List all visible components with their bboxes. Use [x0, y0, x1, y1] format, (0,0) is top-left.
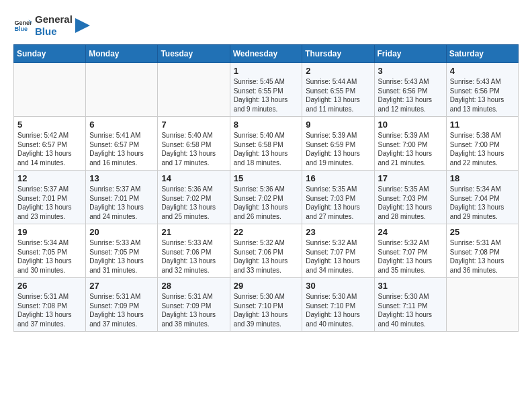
calendar-cell: 18Sunrise: 5:34 AM Sunset: 7:04 PM Dayli… — [446, 171, 518, 224]
calendar-cell: 30Sunrise: 5:30 AM Sunset: 7:10 PM Dayli… — [302, 278, 374, 332]
day-info: Sunrise: 5:31 AM Sunset: 7:09 PM Dayligh… — [161, 292, 226, 328]
calendar-table: SundayMondayTuesdayWednesdayThursdayFrid… — [13, 44, 519, 332]
weekday-header: Monday — [86, 45, 158, 63]
svg-marker-3 — [75, 18, 90, 33]
logo-general: General — [35, 13, 73, 26]
day-number: 5 — [17, 120, 82, 130]
day-number: 11 — [450, 120, 515, 130]
day-info: Sunrise: 5:32 AM Sunset: 7:07 PM Dayligh… — [378, 238, 443, 275]
day-number: 8 — [234, 120, 299, 130]
day-number: 6 — [89, 120, 154, 130]
day-number: 26 — [17, 281, 82, 291]
weekday-header: Sunday — [14, 45, 86, 63]
day-info: Sunrise: 5:37 AM Sunset: 7:01 PM Dayligh… — [17, 185, 82, 221]
calendar-body: 1Sunrise: 5:45 AM Sunset: 6:55 PM Daylig… — [14, 63, 519, 332]
day-info: Sunrise: 5:39 AM Sunset: 7:00 PM Dayligh… — [378, 131, 443, 167]
day-number: 20 — [89, 227, 154, 237]
day-info: Sunrise: 5:35 AM Sunset: 7:03 PM Dayligh… — [378, 185, 443, 221]
calendar-cell: 4Sunrise: 5:43 AM Sunset: 6:56 PM Daylig… — [446, 63, 518, 117]
calendar-cell: 15Sunrise: 5:36 AM Sunset: 7:02 PM Dayli… — [230, 171, 302, 224]
logo-arrow-icon — [75, 18, 90, 33]
logo-blue: Blue — [35, 26, 73, 38]
day-info: Sunrise: 5:40 AM Sunset: 6:58 PM Dayligh… — [234, 131, 299, 167]
page-header: General Blue General Blue — [13, 13, 519, 38]
calendar-week-row: 5Sunrise: 5:42 AM Sunset: 6:57 PM Daylig… — [14, 117, 519, 171]
day-info: Sunrise: 5:38 AM Sunset: 7:00 PM Dayligh… — [450, 131, 515, 167]
calendar-cell: 16Sunrise: 5:35 AM Sunset: 7:03 PM Dayli… — [302, 171, 374, 224]
calendar-cell — [446, 278, 518, 332]
calendar-cell: 17Sunrise: 5:35 AM Sunset: 7:03 PM Dayli… — [374, 171, 446, 224]
calendar-cell: 2Sunrise: 5:44 AM Sunset: 6:55 PM Daylig… — [302, 63, 374, 117]
day-info: Sunrise: 5:32 AM Sunset: 7:06 PM Dayligh… — [234, 238, 299, 275]
calendar-cell: 27Sunrise: 5:31 AM Sunset: 7:09 PM Dayli… — [86, 278, 158, 332]
calendar-week-row: 12Sunrise: 5:37 AM Sunset: 7:01 PM Dayli… — [14, 171, 519, 224]
day-number: 3 — [378, 66, 443, 76]
day-info: Sunrise: 5:36 AM Sunset: 7:02 PM Dayligh… — [161, 185, 226, 221]
day-number: 27 — [89, 281, 154, 291]
calendar-cell — [14, 63, 86, 117]
day-info: Sunrise: 5:30 AM Sunset: 7:11 PM Dayligh… — [378, 292, 443, 328]
calendar-header-row: SundayMondayTuesdayWednesdayThursdayFrid… — [14, 45, 519, 63]
day-number: 18 — [450, 173, 515, 183]
weekday-header: Wednesday — [230, 45, 302, 63]
calendar-cell: 23Sunrise: 5:32 AM Sunset: 7:07 PM Dayli… — [302, 224, 374, 278]
day-info: Sunrise: 5:35 AM Sunset: 7:03 PM Dayligh… — [306, 185, 370, 221]
calendar-cell: 25Sunrise: 5:31 AM Sunset: 7:08 PM Dayli… — [446, 224, 518, 278]
day-number: 14 — [161, 173, 226, 183]
calendar-cell: 13Sunrise: 5:37 AM Sunset: 7:01 PM Dayli… — [86, 171, 158, 224]
day-number: 24 — [378, 227, 443, 237]
weekday-header: Thursday — [302, 45, 374, 63]
weekday-header: Saturday — [446, 45, 518, 63]
weekday-header: Friday — [374, 45, 446, 63]
day-info: Sunrise: 5:32 AM Sunset: 7:07 PM Dayligh… — [306, 238, 370, 275]
day-info: Sunrise: 5:33 AM Sunset: 7:05 PM Dayligh… — [89, 238, 154, 275]
day-info: Sunrise: 5:36 AM Sunset: 7:02 PM Dayligh… — [234, 185, 299, 221]
day-info: Sunrise: 5:40 AM Sunset: 6:58 PM Dayligh… — [161, 131, 226, 167]
day-info: Sunrise: 5:30 AM Sunset: 7:10 PM Dayligh… — [306, 292, 370, 328]
day-number: 13 — [89, 173, 154, 183]
calendar-cell — [158, 63, 230, 117]
day-number: 2 — [306, 66, 370, 76]
calendar-cell: 7Sunrise: 5:40 AM Sunset: 6:58 PM Daylig… — [158, 117, 230, 171]
calendar-cell: 10Sunrise: 5:39 AM Sunset: 7:00 PM Dayli… — [374, 117, 446, 171]
calendar-week-row: 19Sunrise: 5:34 AM Sunset: 7:05 PM Dayli… — [14, 224, 519, 278]
calendar-cell: 19Sunrise: 5:34 AM Sunset: 7:05 PM Dayli… — [14, 224, 86, 278]
day-number: 17 — [378, 173, 443, 183]
calendar-cell: 6Sunrise: 5:41 AM Sunset: 6:57 PM Daylig… — [86, 117, 158, 171]
logo: General Blue General Blue — [13, 13, 90, 38]
day-info: Sunrise: 5:44 AM Sunset: 6:55 PM Dayligh… — [306, 77, 370, 113]
calendar-cell: 26Sunrise: 5:31 AM Sunset: 7:08 PM Dayli… — [14, 278, 86, 332]
day-info: Sunrise: 5:39 AM Sunset: 6:59 PM Dayligh… — [306, 131, 370, 167]
day-number: 31 — [378, 281, 443, 291]
day-number: 28 — [161, 281, 226, 291]
calendar-week-row: 1Sunrise: 5:45 AM Sunset: 6:55 PM Daylig… — [14, 63, 519, 117]
day-number: 30 — [306, 281, 370, 291]
day-number: 25 — [450, 227, 515, 237]
day-info: Sunrise: 5:42 AM Sunset: 6:57 PM Dayligh… — [17, 131, 82, 167]
calendar-cell: 9Sunrise: 5:39 AM Sunset: 6:59 PM Daylig… — [302, 117, 374, 171]
calendar-week-row: 26Sunrise: 5:31 AM Sunset: 7:08 PM Dayli… — [14, 278, 519, 332]
calendar-cell: 21Sunrise: 5:33 AM Sunset: 7:06 PM Dayli… — [158, 224, 230, 278]
calendar-cell: 20Sunrise: 5:33 AM Sunset: 7:05 PM Dayli… — [86, 224, 158, 278]
day-number: 16 — [306, 173, 370, 183]
day-info: Sunrise: 5:45 AM Sunset: 6:55 PM Dayligh… — [234, 77, 299, 113]
day-number: 4 — [450, 66, 515, 76]
calendar-cell: 8Sunrise: 5:40 AM Sunset: 6:58 PM Daylig… — [230, 117, 302, 171]
calendar-cell: 22Sunrise: 5:32 AM Sunset: 7:06 PM Dayli… — [230, 224, 302, 278]
calendar-cell: 28Sunrise: 5:31 AM Sunset: 7:09 PM Dayli… — [158, 278, 230, 332]
calendar-cell: 11Sunrise: 5:38 AM Sunset: 7:00 PM Dayli… — [446, 117, 518, 171]
day-info: Sunrise: 5:31 AM Sunset: 7:08 PM Dayligh… — [17, 292, 82, 328]
day-info: Sunrise: 5:34 AM Sunset: 7:04 PM Dayligh… — [450, 185, 515, 221]
day-number: 23 — [306, 227, 370, 237]
calendar-cell: 3Sunrise: 5:43 AM Sunset: 6:56 PM Daylig… — [374, 63, 446, 117]
day-number: 10 — [378, 120, 443, 130]
calendar-cell: 1Sunrise: 5:45 AM Sunset: 6:55 PM Daylig… — [230, 63, 302, 117]
logo-icon: General Blue — [13, 16, 32, 35]
day-number: 12 — [17, 173, 82, 183]
day-number: 15 — [234, 173, 299, 183]
day-info: Sunrise: 5:30 AM Sunset: 7:10 PM Dayligh… — [234, 292, 299, 328]
day-number: 29 — [234, 281, 299, 291]
day-number: 9 — [306, 120, 370, 130]
day-number: 7 — [161, 120, 226, 130]
day-info: Sunrise: 5:31 AM Sunset: 7:08 PM Dayligh… — [450, 238, 515, 275]
